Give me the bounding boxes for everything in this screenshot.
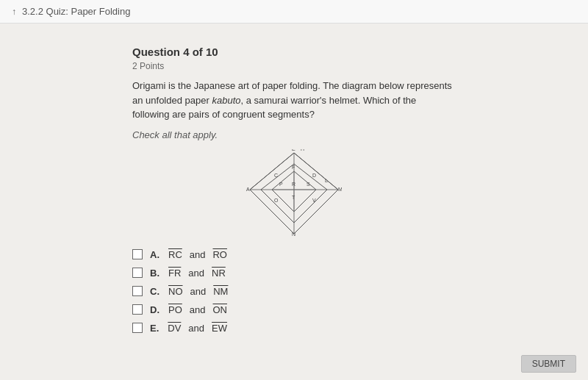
- checkbox-b[interactable]: [132, 268, 143, 278]
- answer-c-seg1: NO: [168, 286, 183, 297]
- top-bar: ↑ 3.2.2 Quiz: Paper Folding: [0, 0, 588, 24]
- answer-a-seg1: RC: [168, 249, 182, 260]
- check-apply-instruction: Check all that apply.: [132, 129, 456, 140]
- svg-text:V: V: [312, 198, 316, 203]
- answer-e-and: and: [188, 323, 204, 334]
- answer-row-c: C. NO and NM: [132, 286, 456, 297]
- answer-row-b: B. FR and NR: [132, 268, 456, 279]
- svg-text:F: F: [292, 165, 295, 170]
- answer-b-and: and: [188, 268, 204, 279]
- answer-d-seg2: ON: [213, 304, 228, 315]
- answer-c-and: and: [190, 286, 207, 297]
- svg-text:E: E: [292, 149, 295, 151]
- svg-text:P: P: [279, 182, 283, 187]
- svg-text:H: H: [301, 149, 304, 151]
- answer-e-seg1: DV: [168, 323, 181, 334]
- answer-label-e: E.: [150, 323, 159, 334]
- submit-button[interactable]: SUBMIT: [521, 355, 576, 373]
- svg-line-6: [294, 153, 338, 190]
- checkbox-c[interactable]: [132, 286, 143, 296]
- back-arrow-icon[interactable]: ↑: [12, 7, 16, 17]
- svg-text:T: T: [292, 195, 295, 200]
- svg-line-5: [250, 153, 294, 190]
- svg-text:N: N: [292, 232, 295, 237]
- kabuto-diagram: E H M N A F R T S P C D V O L: [246, 149, 342, 237]
- svg-text:L: L: [325, 178, 328, 183]
- answers-list: A. RC and RO B. FR and NR C. NO and NM D…: [132, 249, 456, 334]
- svg-text:O: O: [274, 198, 279, 203]
- points-label: 2 Points: [132, 61, 456, 71]
- question-text: Origami is the Japanese art of paper fol…: [132, 79, 456, 122]
- answer-d-seg1: PO: [168, 304, 182, 315]
- svg-line-8: [250, 190, 294, 234]
- quiz-title: 3.2.2 Quiz: Paper Folding: [22, 6, 130, 17]
- main-content: Question 4 of 10 2 Points Origami is the…: [0, 24, 588, 377]
- answer-c-seg2: NM: [213, 286, 228, 297]
- answer-row-a: A. RC and RO: [132, 249, 456, 260]
- answer-row-d: D. PO and ON: [132, 304, 456, 315]
- answer-a-and: and: [190, 249, 206, 260]
- checkbox-e[interactable]: [132, 323, 143, 333]
- svg-text:D: D: [312, 173, 316, 178]
- svg-text:C: C: [274, 173, 278, 178]
- svg-line-7: [294, 190, 338, 234]
- answer-row-e: E. DV and EW: [132, 323, 456, 334]
- svg-text:M: M: [338, 187, 342, 192]
- diagram-container: E H M N A F R T S P C D V O L: [132, 149, 456, 237]
- svg-text:R: R: [292, 182, 295, 187]
- question-header: Question 4 of 10: [132, 46, 456, 58]
- answer-label-d: D.: [150, 304, 159, 315]
- svg-text:S: S: [306, 182, 310, 187]
- answer-label-a: A.: [150, 249, 159, 260]
- question-text-italic: kabuto: [212, 95, 240, 106]
- answer-label-c: C.: [150, 286, 159, 297]
- checkbox-d[interactable]: [132, 304, 143, 315]
- answer-label-b: B.: [150, 268, 159, 279]
- answer-d-and: and: [190, 304, 206, 315]
- answer-a-seg2: RO: [212, 249, 227, 260]
- checkbox-a[interactable]: [132, 249, 143, 259]
- answer-b-seg2: NR: [212, 268, 226, 279]
- answer-e-seg2: EW: [212, 323, 227, 334]
- answer-b-seg1: FR: [168, 268, 181, 279]
- svg-text:A: A: [246, 187, 250, 192]
